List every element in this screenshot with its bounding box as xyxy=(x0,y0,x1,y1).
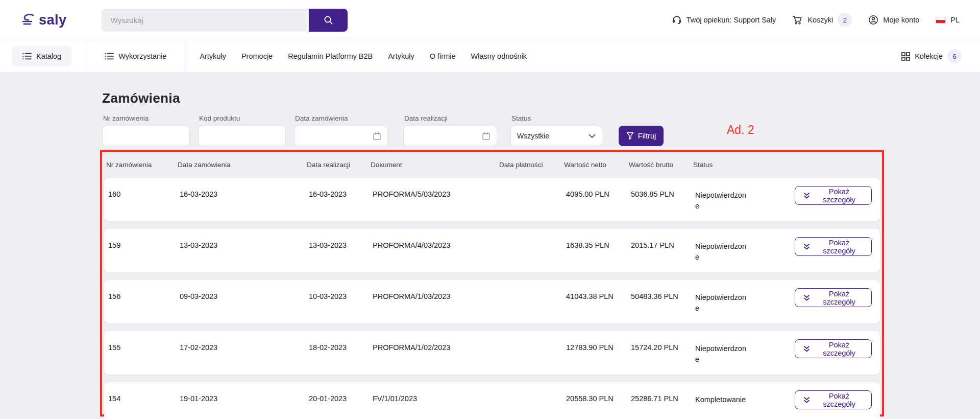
annotation-ad-2: Ad. 2 xyxy=(727,123,754,137)
cell-data-realizacji: 13-03-2023 xyxy=(309,241,373,249)
carts-label: Koszyki xyxy=(807,16,833,24)
nav-link-wlasny-odnosnik[interactable]: Własny odnośnik xyxy=(471,52,527,60)
main-content: Zamówienia Nr zamówienia Kod produktu Da… xyxy=(0,72,980,419)
show-details-button[interactable]: Pokaż szczegóły xyxy=(795,186,872,205)
filtruj-button[interactable]: Filtruj xyxy=(619,126,664,146)
col-header-dokument: Dokument xyxy=(371,161,499,169)
cart-icon xyxy=(792,15,803,25)
katalog-button[interactable]: Katalog xyxy=(12,46,71,66)
nav-link-regulamin[interactable]: Regulamin Platformy B2B xyxy=(288,52,373,60)
double-chevron-down-icon xyxy=(803,345,810,353)
data-realizacji-label: Data realizacji xyxy=(404,114,448,122)
status-label: Status xyxy=(511,114,531,122)
status-badge: Niepotwierdzone xyxy=(695,292,752,314)
kod-produktu-label: Kod produktu xyxy=(199,114,240,122)
calendar-icon xyxy=(482,132,491,141)
cell-data-realizacji: 20-01-2023 xyxy=(309,394,373,403)
kolekcje-menu[interactable]: Kolekcje 6 xyxy=(901,49,962,63)
poland-flag-icon xyxy=(936,17,946,24)
headset-icon xyxy=(672,15,682,25)
nav-divider xyxy=(86,40,86,73)
account-label: Moje konto xyxy=(883,16,919,24)
status-badge: Kompletowanie xyxy=(695,394,752,405)
wykorzystanie-menu[interactable]: Wykorzystanie xyxy=(105,52,166,60)
support-label: Twój opiekun: Support Saly xyxy=(687,16,776,24)
data-zamowienia-input[interactable] xyxy=(294,126,388,146)
nav-link-artykuly-1[interactable]: Artykuły xyxy=(200,52,226,60)
cell-netto: 4095.00 PLN xyxy=(566,190,631,198)
status-badge: Niepotwierdzone xyxy=(695,241,752,263)
col-header-wartosc-netto: Wartość netto xyxy=(564,161,629,169)
cell-data-zamowienia: 09-03-2023 xyxy=(180,292,309,300)
table-header-row: Nr zamówienia Data zamówienia Data reali… xyxy=(102,152,882,178)
cell-dokument: PROFORMA/1/03/2023 xyxy=(373,292,501,300)
cell-netto: 41043.38 PLN xyxy=(566,292,631,300)
cell-data-zamowienia: 16-03-2023 xyxy=(180,190,309,198)
nav-link-artykuly-2[interactable]: Artykuły xyxy=(388,52,414,60)
user-icon xyxy=(868,15,878,25)
data-realizacji-input[interactable] xyxy=(403,126,497,146)
account-menu[interactable]: Moje konto xyxy=(868,15,919,25)
col-header-wartosc-brutto: Wartość brutto xyxy=(629,161,693,169)
table-row: 156 09-03-2023 10-03-2023 PROFORMA/1/03/… xyxy=(104,280,880,323)
double-chevron-down-icon xyxy=(803,243,810,250)
search-button[interactable] xyxy=(309,9,348,32)
col-header-data-zamowienia: Data zamówienia xyxy=(178,161,307,169)
filter-funnel-icon xyxy=(626,132,634,140)
cell-nr: 159 xyxy=(108,241,180,249)
cell-dokument: PROFORMA/1/02/2023 xyxy=(373,343,501,352)
search-input[interactable] xyxy=(102,9,309,32)
search-icon xyxy=(323,15,333,25)
cell-data-zamowienia: 13-03-2023 xyxy=(180,241,309,249)
saly-logo[interactable]: saly xyxy=(20,12,67,28)
cell-data-realizacji: 16-03-2023 xyxy=(309,190,373,198)
page-title: Zamówienia xyxy=(102,90,180,106)
nav-bar: Katalog Wykorzystanie Artykuły Promocje … xyxy=(0,40,980,72)
carts-menu[interactable]: Koszyki 2 xyxy=(792,13,852,27)
table-row: 155 17-02-2023 18-02-2023 PROFORMA/1/02/… xyxy=(104,331,880,375)
top-right-menu: Twój opiekun: Support Saly Koszyki 2 Moj… xyxy=(672,13,960,27)
nav-link-promocje[interactable]: Promocje xyxy=(241,52,273,60)
cell-dokument: PROFORMA/4/03/2023 xyxy=(373,241,501,249)
cell-nr: 154 xyxy=(108,394,180,403)
cell-dokument: PROFORMA/5/03/2023 xyxy=(373,190,501,198)
show-details-button[interactable]: Pokaż szczegóły xyxy=(795,288,872,307)
double-chevron-down-icon xyxy=(803,294,810,301)
cell-nr: 160 xyxy=(108,190,180,198)
double-chevron-down-icon xyxy=(803,192,810,199)
support-contact[interactable]: Twój opiekun: Support Saly xyxy=(672,15,776,25)
status-select[interactable]: Wszystkie xyxy=(510,126,602,146)
cell-brutto: 50483.36 PLN xyxy=(631,292,695,300)
double-chevron-down-icon xyxy=(803,397,810,404)
col-header-status: Status xyxy=(693,161,793,169)
table-row: 160 16-03-2023 16-03-2023 PROFORMA/5/03/… xyxy=(104,178,880,221)
language-selector[interactable]: PL xyxy=(936,16,960,24)
show-details-label: Pokaż szczegóły xyxy=(815,392,863,408)
show-details-button[interactable]: Pokaż szczegóły xyxy=(795,390,872,409)
nav-link-o-firmie[interactable]: O firmie xyxy=(430,52,456,60)
cell-data-zamowienia: 17-02-2023 xyxy=(180,343,309,352)
data-zamowienia-label: Data zamówienia xyxy=(295,114,348,122)
show-details-button[interactable]: Pokaż szczegóły xyxy=(795,237,872,256)
nr-zamowienia-input[interactable] xyxy=(102,126,190,146)
search-bar xyxy=(102,9,348,32)
show-details-button[interactable]: Pokaż szczegóły xyxy=(795,339,872,358)
language-label: PL xyxy=(950,16,960,24)
show-details-label: Pokaż szczegóły xyxy=(815,290,863,306)
cell-netto: 12783.90 PLN xyxy=(566,343,631,352)
status-selected-value: Wszystkie xyxy=(517,132,549,140)
kolekcje-count-badge: 6 xyxy=(947,49,962,63)
filtruj-label: Filtruj xyxy=(638,132,656,140)
cell-nr: 156 xyxy=(108,292,180,300)
carts-count-badge: 2 xyxy=(838,13,852,27)
kod-produktu-input[interactable] xyxy=(198,126,286,146)
nr-zamowienia-label: Nr zamówienia xyxy=(103,114,149,122)
cell-netto: 1638.35 PLN xyxy=(566,241,631,249)
cell-data-realizacji: 18-02-2023 xyxy=(309,343,373,352)
kolekcje-label: Kolekcje xyxy=(915,52,943,60)
cell-data-realizacji: 10-03-2023 xyxy=(309,292,373,300)
orders-table: Nr zamówienia Data zamówienia Data reali… xyxy=(100,150,884,416)
col-header-nr: Nr zamówienia xyxy=(106,161,178,169)
cart-logo-icon xyxy=(20,13,36,27)
cell-brutto: 5036.85 PLN xyxy=(631,190,695,198)
